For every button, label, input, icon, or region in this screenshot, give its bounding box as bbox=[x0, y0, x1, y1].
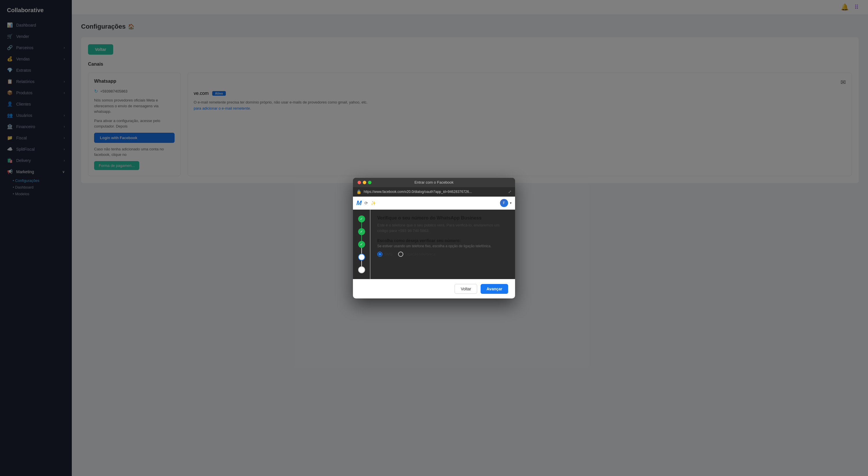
modal-voltar-button[interactable]: Voltar bbox=[455, 284, 477, 294]
facebook-modal-main: Verifique o seu número do WhatsApp Busin… bbox=[370, 210, 515, 279]
sms-radio[interactable] bbox=[377, 251, 382, 257]
url-text: https://www.facebook.com/v20.0/dialog/oa… bbox=[364, 190, 506, 194]
verify-title: Verifique o seu número do WhatsApp Busin… bbox=[377, 215, 508, 220]
url-security-icon: 🔒 bbox=[356, 190, 361, 194]
sms-option[interactable]: SMS bbox=[377, 251, 392, 257]
magic-toolbar-button[interactable]: ✨ bbox=[371, 201, 376, 205]
facebook-modal-body: ✓ ✓ ✓ Verifique o seu número do WhatsApp… bbox=[353, 210, 515, 279]
refresh-toolbar-button[interactable]: ⟳ bbox=[365, 201, 368, 205]
step-4-indicator bbox=[358, 253, 365, 261]
url-bar: 🔒 https://www.facebook.com/v20.0/dialog/… bbox=[353, 187, 515, 197]
profile-area: F ▾ bbox=[500, 199, 512, 207]
browser-traffic-lights bbox=[358, 181, 371, 184]
browser-window: Entrar com o Facebook 🔒 https://www.face… bbox=[353, 178, 515, 299]
step-line-4 bbox=[361, 261, 362, 266]
step-5-indicator bbox=[358, 266, 365, 273]
verification-method-group: SMS Ligação telefônica bbox=[377, 251, 508, 257]
step-line-3 bbox=[361, 248, 362, 253]
close-window-button[interactable] bbox=[358, 181, 361, 184]
profile-chevron-icon[interactable]: ▾ bbox=[510, 201, 512, 205]
modal-footer: Voltar Avançar bbox=[353, 279, 515, 299]
modal-overlay[interactable]: Entrar com o Facebook 🔒 https://www.face… bbox=[0, 0, 868, 476]
maximize-window-button[interactable] bbox=[368, 181, 371, 184]
steps-column: ✓ ✓ ✓ bbox=[353, 210, 370, 279]
step-line-2 bbox=[361, 235, 362, 241]
modal-avancar-button[interactable]: Avançar bbox=[480, 284, 508, 294]
choose-title: Escolha como deseja verificar seu número… bbox=[377, 238, 508, 243]
browser-window-title: Entrar com o Facebook bbox=[414, 180, 454, 184]
minimize-window-button[interactable] bbox=[363, 181, 366, 184]
verify-subtitle: Este é o telefone que o seu público verá… bbox=[377, 223, 508, 234]
sms-label: SMS bbox=[384, 252, 392, 256]
browser-toolbar: M ⟳ ✨ F ▾ bbox=[353, 197, 515, 210]
step-2-indicator: ✓ bbox=[358, 228, 365, 235]
open-external-icon[interactable]: ⤢ bbox=[508, 190, 512, 194]
phone-call-radio[interactable] bbox=[398, 251, 403, 257]
step-3-indicator: ✓ bbox=[358, 241, 365, 248]
avatar: F bbox=[500, 199, 508, 207]
step-line-1 bbox=[361, 223, 362, 228]
phone-call-label: Ligação telefônica bbox=[405, 252, 435, 256]
browser-titlebar: Entrar com o Facebook bbox=[353, 178, 515, 187]
step-1-indicator: ✓ bbox=[358, 215, 365, 223]
choose-subtitle: Se estiver usando um telefone fixo, esco… bbox=[377, 244, 508, 248]
meta-logo-icon: M bbox=[356, 199, 362, 207]
phone-call-option[interactable]: Ligação telefônica bbox=[398, 251, 435, 257]
